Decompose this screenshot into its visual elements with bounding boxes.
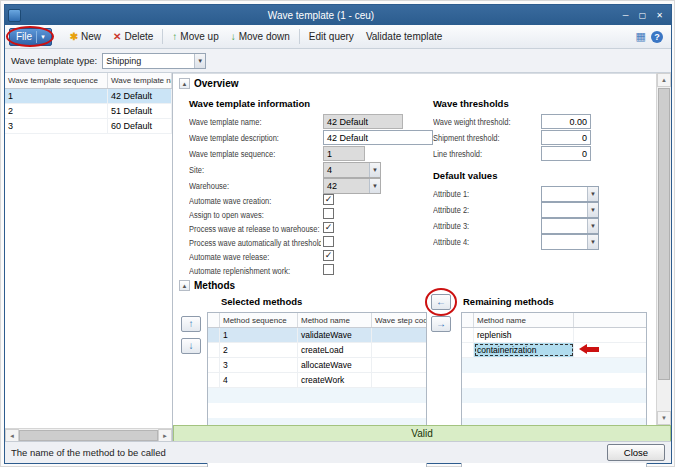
edit-query-button-label: Edit query	[309, 31, 354, 42]
wave-template-description-field[interactable]: 42 Default	[323, 130, 433, 145]
close-button[interactable]: Close	[607, 444, 665, 461]
chevron-down-icon[interactable]: ▼	[369, 179, 380, 193]
select-value	[542, 203, 587, 217]
delete-icon: ✕	[113, 31, 121, 42]
attribute-2-select[interactable]: ▼	[541, 202, 599, 218]
validate-template-button[interactable]: Validate template	[360, 27, 449, 47]
automate-wave-release-checkbox[interactable]: ✓	[323, 250, 334, 261]
chevron-down-icon[interactable]: ▼	[587, 219, 598, 233]
scrollbar-thumb[interactable]	[19, 430, 158, 441]
methods-section-header[interactable]: ▲ Methods	[179, 280, 235, 291]
cell-code	[372, 358, 426, 372]
help-icon[interactable]: ?	[651, 31, 663, 43]
assign-to-open-waves-checkbox[interactable]	[323, 208, 334, 219]
table-row[interactable]: 2 createLoad	[208, 343, 426, 358]
add-method-button[interactable]: ←	[431, 294, 451, 310]
reorder-down-button[interactable]: ↓	[181, 338, 201, 354]
wave-template-name-field[interactable]: 42 Default	[323, 114, 403, 129]
line-threshold-field[interactable]: 0	[541, 146, 591, 161]
collapse-icon[interactable]: ▲	[179, 280, 190, 291]
file-menu-label: File	[16, 31, 32, 42]
field-label: Assign to open waves:	[189, 210, 321, 220]
toolbar: File ▾ ✱ New ✕ Delete ↑ Move up ↓ Move d…	[5, 25, 671, 49]
column-header[interactable]: Method sequence	[220, 313, 298, 327]
validate-template-button-label: Validate template	[366, 31, 443, 42]
select-value	[542, 187, 587, 201]
move-down-icon: ↓	[231, 31, 236, 42]
grid-header: Method name	[462, 313, 646, 328]
validation-status-text: Valid	[411, 428, 433, 439]
chevron-down-icon[interactable]: ▼	[587, 187, 598, 201]
divider	[162, 29, 163, 44]
list-item[interactable]: 1 42 Default	[5, 89, 172, 104]
wave-template-sequence-field[interactable]: 1	[323, 146, 365, 161]
chevron-down-icon[interactable]: ▼	[194, 54, 205, 68]
list-item[interactable]: 2 51 Default	[5, 104, 172, 119]
edit-query-button[interactable]: Edit query	[303, 27, 360, 47]
chevron-down-icon[interactable]: ▼	[587, 203, 598, 217]
column-header[interactable]: Method name	[298, 313, 372, 327]
window-close-icon[interactable]: ✕	[651, 8, 668, 22]
vertical-scrollbar[interactable]: ▲ ▼	[656, 73, 671, 425]
row-selector[interactable]	[208, 373, 220, 387]
table-row[interactable]: containerization	[462, 343, 646, 358]
scroll-up-icon[interactable]: ▲	[657, 73, 671, 87]
move-up-button[interactable]: ↑ Move up	[166, 27, 224, 47]
methods-section-title: Methods	[194, 280, 235, 291]
scroll-down-icon[interactable]: ▼	[657, 411, 671, 425]
wave-template-type-select[interactable]: Shipping ▼	[102, 53, 206, 69]
scrollbar-thumb[interactable]	[658, 88, 670, 380]
wave-templates-list-panel: Wave template sequence Wave template na …	[5, 73, 173, 442]
wave-weight-threshold-field[interactable]: 0.00	[541, 114, 591, 129]
attribute-4-select[interactable]: ▼	[541, 234, 599, 250]
row-selector[interactable]	[462, 343, 474, 357]
table-row[interactable]: 4 createWork	[208, 373, 426, 388]
row-selector[interactable]	[208, 358, 220, 372]
site-select[interactable]: 4 ▼	[323, 162, 381, 178]
process-wave-at-release-checkbox[interactable]: ✓	[323, 222, 334, 233]
column-header-name[interactable]: Wave template na	[108, 73, 172, 88]
remove-method-button[interactable]: →	[431, 316, 451, 332]
cell-filler	[574, 328, 646, 342]
move-down-button[interactable]: ↓ Move down	[225, 27, 296, 47]
automate-wave-creation-checkbox[interactable]: ✓	[323, 194, 334, 205]
row-selector[interactable]	[208, 343, 220, 357]
column-header[interactable]: Wave step code	[372, 313, 426, 327]
select-value: 42	[324, 179, 369, 193]
chevron-down-icon[interactable]: ▼	[369, 163, 380, 177]
table-row[interactable]: replenish	[462, 328, 646, 343]
group-title-defaults: Default values	[433, 170, 497, 181]
overview-section-header[interactable]: ▲ Overview	[179, 78, 238, 89]
attribute-3-select[interactable]: ▼	[541, 218, 599, 234]
shipment-threshold-field[interactable]: 0	[541, 130, 591, 145]
cell-seq: 1	[220, 328, 298, 342]
row-selector[interactable]	[462, 328, 474, 342]
table-row[interactable]: 3 allocateWave	[208, 358, 426, 373]
process-wave-at-threshold-checkbox[interactable]	[323, 236, 334, 247]
column-header[interactable]: Method name	[474, 313, 574, 327]
divider	[36, 31, 37, 43]
list-item[interactable]: 3 60 Default	[5, 119, 172, 134]
new-button[interactable]: ✱ New	[64, 27, 107, 47]
warehouse-select[interactable]: 42 ▼	[323, 178, 381, 194]
file-menu-button[interactable]: File ▾	[9, 28, 52, 46]
maximize-icon[interactable]: ▢	[634, 8, 651, 22]
titlebar[interactable]: Wave template (1 - ceu) ─ ▢ ✕	[5, 5, 671, 25]
field-label: Warehouse:	[189, 181, 321, 191]
field-label: Automate replenishment work:	[189, 266, 321, 276]
attribute-1-select[interactable]: ▼	[541, 186, 599, 202]
automate-replenishment-work-checkbox[interactable]	[323, 264, 334, 275]
row-selector[interactable]	[208, 328, 220, 342]
column-header-sequence[interactable]: Wave template sequence	[5, 73, 108, 88]
filter-row: Wave template type: Shipping ▼	[5, 49, 671, 73]
layout-icon[interactable]: ▦	[636, 30, 646, 43]
table-row[interactable]: 1 validateWave	[208, 328, 426, 343]
cell-seq: 4	[220, 373, 298, 387]
minimize-icon[interactable]: ─	[617, 8, 634, 22]
field-label: Line threshold:	[433, 149, 539, 159]
delete-button[interactable]: ✕ Delete	[107, 27, 159, 47]
collapse-icon[interactable]: ▲	[179, 78, 190, 89]
horizontal-scrollbar[interactable]: ◄ ►	[5, 428, 172, 442]
reorder-up-button[interactable]: ↑	[181, 316, 201, 332]
chevron-down-icon[interactable]: ▼	[587, 235, 598, 249]
